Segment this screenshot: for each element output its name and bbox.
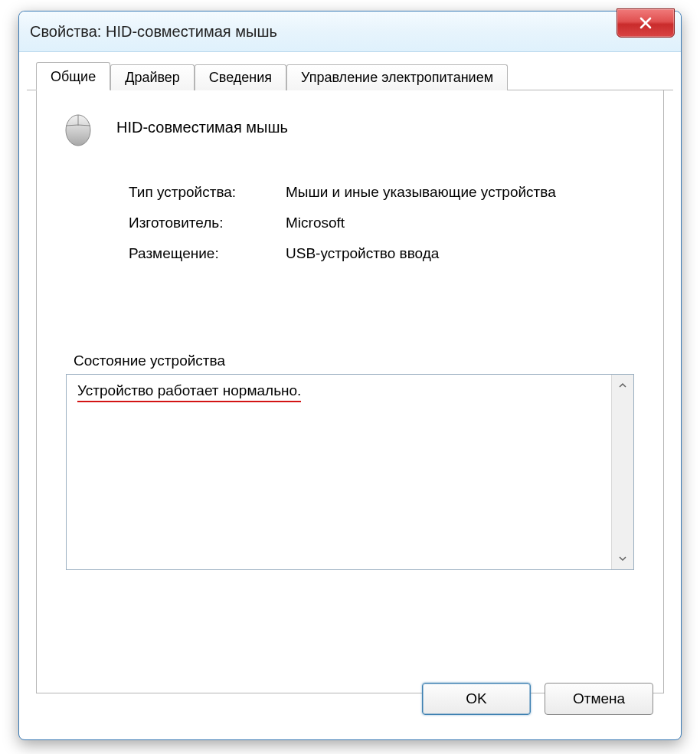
close-button[interactable] [617,8,675,38]
prop-label-manufacturer: Изготовитель: [129,215,286,231]
device-status-group-label: Состояние устройства [69,352,230,369]
prop-value-manufacturer: Microsoft [286,215,345,231]
prop-label-type: Тип устройства: [129,184,286,201]
tabstrip: Общие Драйвер Сведения Управление электр… [27,59,673,90]
client-area: Общие Драйвер Сведения Управление электр… [27,59,673,730]
mouse-icon [58,107,98,147]
tab-panel-general: HID-совместимая мышь Тип устройства: Мыш… [36,90,664,693]
device-status-group: Состояние устройства Устройство работает… [58,363,642,578]
window-title: Свойства: HID-совместимая мышь [30,23,277,41]
tab-details[interactable]: Сведения [195,64,286,90]
tab-driver[interactable]: Драйвер [110,64,195,90]
tab-power[interactable]: Управление электропитанием [286,64,508,90]
cancel-button[interactable]: Отмена [545,683,653,715]
status-scrollbar[interactable] [611,375,633,569]
device-status-text: Устройство работает нормально. [77,382,301,402]
chevron-up-icon [618,381,627,390]
device-name: HID-совместимая мышь [116,119,288,136]
device-status-textbox[interactable]: Устройство работает нормально. [66,374,634,570]
close-icon [638,15,653,31]
chevron-down-icon [618,554,627,563]
ok-button[interactable]: OK [422,683,531,715]
prop-value-location: USB-устройство ввода [286,245,439,262]
tab-general[interactable]: Общие [36,62,110,90]
scroll-down-button[interactable] [612,548,633,569]
prop-row-location: Размещение: USB-устройство ввода [129,245,642,262]
prop-row-manufacturer: Изготовитель: Microsoft [129,215,642,231]
prop-row-type: Тип устройства: Мыши и иные указывающие … [129,184,642,201]
prop-label-location: Размещение: [129,245,286,262]
properties-grid: Тип устройства: Мыши и иные указывающие … [37,156,663,282]
device-header: HID-совместимая мышь [37,90,663,156]
properties-window: Свойства: HID-совместимая мышь Общие Дра… [18,11,682,740]
titlebar[interactable]: Свойства: HID-совместимая мышь [19,11,681,52]
dialog-buttons: OK Отмена [422,683,653,715]
prop-value-type: Мыши и иные указывающие устройства [286,184,556,201]
scroll-up-button[interactable] [612,375,633,396]
